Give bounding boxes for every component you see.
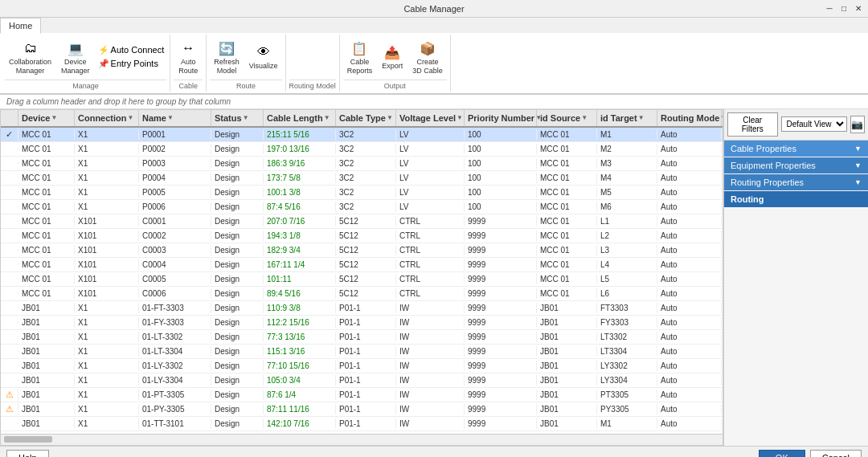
row-checkbox[interactable] — [1, 263, 18, 265]
row-voltage-level: CTRL — [396, 288, 465, 299]
table-row[interactable]: MCC 01 X101 C0001 Design 207:0 7/16 5C12… — [1, 214, 723, 229]
hscroll-thumb[interactable] — [4, 436, 52, 443]
row-checkbox[interactable] — [1, 235, 18, 236]
maximize-button[interactable]: □ — [837, 2, 850, 15]
table-row[interactable]: ⚠ JB01 X1 01-PY-3305 Design 87:11 11/16 … — [1, 402, 723, 417]
table-row[interactable]: MCC 01 X101 C0002 Design 194:3 1/8 5C12 … — [1, 229, 723, 243]
table-row[interactable]: MCC 01 X1 P0002 Design 197:0 13/16 3C2 L… — [1, 142, 723, 157]
table-row[interactable]: MCC 01 X1 P0003 Design 186:3 9/16 3C2 LV… — [1, 157, 723, 171]
col-header-cable-type[interactable]: Cable Type ▼ — [336, 110, 396, 126]
table-row[interactable]: MCC 01 X101 C0003 Design 182:9 3/4 5C12 … — [1, 243, 723, 258]
row-checkbox[interactable] — [1, 148, 18, 149]
col-header-name[interactable]: Name ▼ — [139, 110, 211, 126]
screenshot-button[interactable]: 📷 — [850, 116, 866, 133]
table-row[interactable]: ⚠ JB01 X1 01-PT-3305 Design 87:6 1/4 P01… — [1, 388, 723, 402]
cancel-button[interactable]: Cancel — [810, 450, 862, 457]
row-checkbox[interactable] — [1, 321, 18, 323]
voltage-filter-icon[interactable]: ▼ — [457, 114, 463, 121]
row-checkbox[interactable] — [1, 162, 18, 164]
refresh-model-button[interactable]: 🔄 RefreshModel — [210, 36, 244, 78]
col-header-connection[interactable]: Connection ▼ — [75, 110, 139, 126]
col-header-routing-mode[interactable]: Routing Mode ▼ — [657, 110, 722, 126]
tab-home[interactable]: Home — [0, 18, 41, 34]
horizontal-scrollbar[interactable] — [1, 434, 723, 445]
table-row[interactable]: JB01 X1 01-LT-3304 Design 115:1 3/16 P01… — [1, 345, 723, 359]
entry-points-button[interactable]: 📌 Entry Points — [96, 58, 167, 70]
col-header-priority[interactable]: Priority Number ▼ — [465, 110, 537, 126]
table-row[interactable]: ✓ MCC 01 X1 P0001 Design 215:11 5/16 3C2… — [1, 128, 723, 142]
row-checkbox[interactable] — [1, 350, 18, 352]
table-row[interactable]: JB01 X1 01-TT-3101 Design 142:10 7/16 P0… — [1, 417, 723, 431]
row-checkbox[interactable] — [1, 220, 18, 222]
cable-reports-button[interactable]: 📋 CableReports — [343, 36, 377, 78]
row-status: Design — [211, 129, 264, 140]
export-button[interactable]: 📤 Export — [378, 40, 407, 73]
table-row[interactable]: MCC 01 X101 C0004 Design 167:11 1/4 5C12… — [1, 258, 723, 272]
minimize-button[interactable]: ─ — [823, 2, 836, 15]
row-routing-mode: Auto — [657, 332, 722, 342]
id-target-filter-icon[interactable]: ▼ — [638, 114, 645, 121]
table-row[interactable]: JB01 X1 01-FT-3303 Design 110:9 3/8 P01-… — [1, 301, 723, 316]
row-checkbox[interactable] — [1, 177, 18, 178]
table-row[interactable]: JB01 X1 01-LY-3302 Design 77:10 15/16 P0… — [1, 359, 723, 373]
table-row[interactable]: MCC 01 X1 P0005 Design 100:1 3/8 3C2 LV … — [1, 186, 723, 200]
row-checkbox[interactable] — [1, 422, 18, 424]
row-checkbox[interactable] — [1, 191, 18, 193]
close-button[interactable]: ✕ — [852, 2, 865, 15]
col-header-device[interactable]: Device ▼ — [18, 110, 75, 126]
help-button[interactable]: Help — [6, 450, 49, 457]
row-checkbox[interactable]: ⚠ — [1, 403, 18, 415]
default-view-select[interactable]: Default View — [781, 116, 847, 132]
name-filter-icon[interactable]: ▼ — [167, 114, 174, 121]
cable-type-filter-icon[interactable]: ▼ — [387, 114, 393, 121]
device-manager-button[interactable]: 💻 DeviceManager — [57, 36, 94, 78]
table-row[interactable]: MCC 01 X1 P0004 Design 173:7 5/8 3C2 LV … — [1, 171, 723, 186]
col-header-id-source[interactable]: id Source ▼ — [537, 110, 597, 126]
row-checkbox[interactable] — [1, 292, 18, 294]
auto-route-button[interactable]: ↔ AutoRoute — [174, 36, 203, 78]
device-filter-icon[interactable]: ▼ — [51, 114, 57, 121]
row-status: Design — [211, 346, 264, 357]
row-checkbox[interactable] — [1, 365, 18, 366]
col-header-id-target[interactable]: id Target ▼ — [597, 110, 657, 126]
collaboration-manager-button[interactable]: 🗂 CollaborationManager — [5, 36, 55, 78]
col-header-voltage-level[interactable]: Voltage Level ▼ — [396, 110, 465, 126]
row-cable-type: P01-1 — [336, 303, 396, 313]
table-row[interactable]: JB01 X1 01-LT-3302 Design 77:3 13/16 P01… — [1, 330, 723, 345]
row-checkbox[interactable] — [1, 249, 18, 251]
routing-properties-section[interactable]: Routing Properties ▼ — [724, 174, 868, 190]
row-voltage-level: LV — [396, 187, 465, 198]
routing-mode-filter-icon[interactable]: ▼ — [720, 114, 723, 121]
create-3d-cable-button[interactable]: 📦 Create3D Cable — [408, 36, 447, 78]
row-name: C0002 — [139, 231, 211, 241]
row-checkbox[interactable] — [1, 307, 18, 308]
row-id-target: L6 — [597, 288, 657, 299]
table-row[interactable]: JB01 X1 01-FY-3303 Design 112:2 15/16 P0… — [1, 316, 723, 330]
row-checkbox[interactable]: ✓ — [1, 129, 18, 141]
table-row[interactable]: MCC 01 X101 C0005 Design 101:11 5C12 CTR… — [1, 272, 723, 287]
connection-filter-icon[interactable]: ▼ — [128, 114, 134, 121]
table-row[interactable]: JB01 X1 01-LY-3304 Design 105:0 3/4 P01-… — [1, 373, 723, 388]
table-row[interactable]: MCC 01 X101 C0006 Design 89:4 5/16 5C12 … — [1, 287, 723, 301]
table-row[interactable]: MCC 01 X1 P0006 Design 87:4 5/16 3C2 LV … — [1, 200, 723, 214]
status-filter-icon[interactable]: ▼ — [243, 114, 249, 121]
row-device: MCC 01 — [18, 173, 75, 183]
row-checkbox[interactable] — [1, 336, 18, 337]
auto-connect-button[interactable]: ⚡ Auto Connect — [96, 44, 167, 56]
row-status: Design — [211, 390, 264, 400]
row-checkbox[interactable]: ⚠ — [1, 389, 18, 401]
col-header-status[interactable]: Status ▼ — [211, 110, 264, 126]
row-checkbox[interactable] — [1, 206, 18, 207]
cable-length-filter-icon[interactable]: ▼ — [324, 114, 330, 121]
table-body[interactable]: ✓ MCC 01 X1 P0001 Design 215:11 5/16 3C2… — [1, 128, 723, 434]
clear-filters-button[interactable]: Clear Filters — [727, 112, 778, 137]
visualize-button[interactable]: 👁 Visualize — [245, 40, 282, 73]
row-checkbox[interactable] — [1, 379, 18, 381]
col-header-cable-length[interactable]: Cable Length ▼ — [264, 110, 336, 126]
row-voltage-level: LV — [396, 173, 465, 183]
equipment-properties-section[interactable]: Equipment Properties ▼ — [724, 157, 868, 173]
ok-button[interactable]: OK — [759, 450, 805, 457]
cable-properties-section[interactable]: Cable Properties ▼ — [724, 141, 868, 157]
id-source-filter-icon[interactable]: ▼ — [581, 114, 588, 121]
row-checkbox[interactable] — [1, 278, 18, 280]
